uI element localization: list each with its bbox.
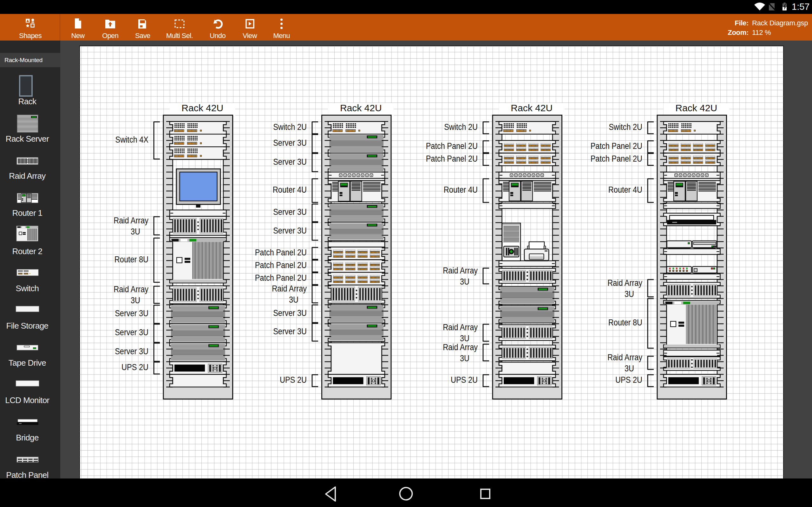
svg-text:Rack Server: Rack Server: [6, 134, 49, 144]
svg-text:Router 4U: Router 4U: [444, 185, 478, 194]
svg-text:Raid Array: Raid Array: [607, 278, 642, 287]
svg-text:3U: 3U: [460, 333, 469, 343]
svg-text:Switch 4X: Switch 4X: [115, 135, 148, 144]
svg-text:1:57: 1:57: [792, 2, 809, 12]
svg-text:File Storage: File Storage: [6, 321, 49, 331]
svg-text:Server 3U: Server 3U: [115, 308, 148, 318]
svg-text:Patch Panel: Patch Panel: [6, 470, 49, 478]
svg-text:Rack: Rack: [18, 97, 37, 106]
svg-text:Rack 42U: Rack 42U: [511, 103, 553, 113]
svg-text:Raid Array: Raid Array: [272, 284, 307, 293]
svg-text:Router 8U: Router 8U: [608, 318, 642, 327]
svg-text:3U: 3U: [624, 289, 634, 298]
svg-text:UPS 2U: UPS 2U: [451, 375, 478, 384]
svg-text:3U: 3U: [460, 353, 469, 363]
svg-text:Patch Panel 2U: Patch Panel 2U: [255, 260, 307, 270]
svg-text:Rack 42U: Rack 42U: [675, 103, 717, 113]
svg-text:Patch Panel 2U: Patch Panel 2U: [591, 141, 642, 151]
svg-text:Server 3U: Server 3U: [273, 226, 307, 235]
svg-text:Rack 42U: Rack 42U: [182, 103, 223, 113]
svg-text:Raid Array: Raid Array: [443, 322, 478, 332]
svg-text:3U: 3U: [289, 295, 299, 304]
svg-text:Server 3U: Server 3U: [115, 327, 148, 337]
svg-text:3U: 3U: [131, 295, 140, 305]
svg-text:Router 4U: Router 4U: [273, 185, 307, 194]
svg-text:UPS 2U: UPS 2U: [615, 375, 642, 384]
svg-text:UPS 2U: UPS 2U: [121, 362, 148, 372]
svg-text:Server 3U: Server 3U: [273, 207, 307, 216]
svg-text:Patch Panel 2U: Patch Panel 2U: [426, 154, 478, 163]
svg-text:Server 3U: Server 3U: [273, 138, 307, 147]
svg-text:3U: 3U: [460, 277, 469, 286]
svg-text:Raid Array: Raid Array: [113, 284, 148, 294]
svg-text:Switch 2U: Switch 2U: [273, 122, 307, 131]
svg-text:Raid Array: Raid Array: [607, 352, 642, 362]
svg-text:Router 1: Router 1: [12, 208, 43, 218]
svg-text:Raid Array: Raid Array: [113, 216, 148, 225]
svg-text:Router 4U: Router 4U: [608, 185, 642, 194]
svg-text:UPS 2U: UPS 2U: [280, 375, 307, 384]
svg-text:Router 8U: Router 8U: [114, 255, 148, 264]
svg-text:3U: 3U: [131, 227, 140, 236]
svg-text:Switch 2U: Switch 2U: [444, 122, 478, 131]
svg-text:Rack 42U: Rack 42U: [340, 103, 382, 113]
svg-text:Tape Drive: Tape Drive: [9, 358, 46, 368]
svg-text:Server 3U: Server 3U: [273, 326, 307, 336]
svg-text:Router 2: Router 2: [12, 246, 43, 256]
svg-text:Patch Panel 2U: Patch Panel 2U: [426, 141, 478, 151]
svg-text:Switch: Switch: [16, 284, 39, 293]
svg-text:Server 3U: Server 3U: [273, 157, 307, 166]
svg-text:Raid Array: Raid Array: [9, 171, 46, 181]
svg-text:Bridge: Bridge: [16, 433, 39, 442]
svg-text:Raid Array: Raid Array: [443, 266, 478, 275]
svg-text:Patch Panel 2U: Patch Panel 2U: [255, 247, 307, 257]
svg-text:Server 3U: Server 3U: [273, 308, 307, 318]
svg-text:Server 3U: Server 3U: [115, 346, 148, 356]
svg-text:Raid Array: Raid Array: [443, 342, 478, 352]
svg-text:Switch 2U: Switch 2U: [609, 122, 642, 131]
svg-text:LCD Monitor: LCD Monitor: [5, 395, 49, 405]
svg-text:Patch Panel 2U: Patch Panel 2U: [591, 154, 642, 163]
svg-text:Patch Panel 2U: Patch Panel 2U: [255, 273, 307, 282]
svg-text:3U: 3U: [624, 363, 634, 373]
